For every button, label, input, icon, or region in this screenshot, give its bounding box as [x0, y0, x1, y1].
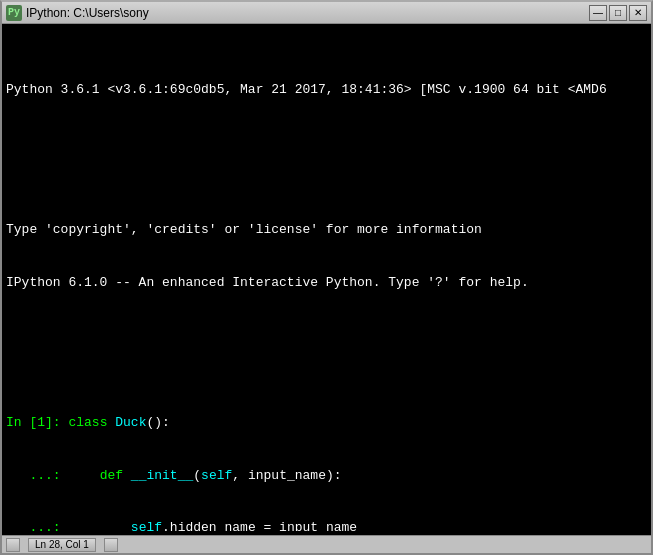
window-title: IPython: C:\Users\sony: [26, 6, 589, 20]
info-line-2: IPython 6.1.0 -- An enhanced Interactive…: [6, 274, 649, 292]
blank-line-1: [6, 151, 649, 169]
cont2-line: ...: self.hidden_name = input_name: [6, 519, 649, 531]
statusbar-position: Ln 28, Col 1: [28, 538, 96, 552]
main-window: Py IPython: C:\Users\sony — □ ✕ Python 3…: [0, 0, 653, 555]
titlebar: Py IPython: C:\Users\sony — □ ✕: [2, 2, 651, 24]
terminal-output[interactable]: Python 3.6.1 <v3.6.1:69c0db5, Mar 21 201…: [6, 28, 649, 531]
window-controls: — □ ✕: [589, 5, 647, 21]
minimize-button[interactable]: —: [589, 5, 607, 21]
cont1-line: ...: def __init__(self, input_name):: [6, 467, 649, 485]
terminal-area: Python 3.6.1 <v3.6.1:69c0db5, Mar 21 201…: [2, 24, 651, 535]
app-icon-label: Py: [8, 7, 20, 18]
banner-line: Python 3.6.1 <v3.6.1:69c0db5, Mar 21 201…: [6, 81, 649, 99]
maximize-button[interactable]: □: [609, 5, 627, 21]
blank-line-2: [6, 344, 649, 362]
app-icon: Py: [6, 5, 22, 21]
statusbar-seg1: [6, 538, 20, 552]
statusbar: Ln 28, Col 1: [2, 535, 651, 553]
info-line-1: Type 'copyright', 'credits' or 'license'…: [6, 221, 649, 239]
statusbar-seg3: [104, 538, 118, 552]
statusbar-left: Ln 28, Col 1: [6, 538, 647, 552]
in1-line: In [1]: class Duck():: [6, 414, 649, 432]
close-button[interactable]: ✕: [629, 5, 647, 21]
